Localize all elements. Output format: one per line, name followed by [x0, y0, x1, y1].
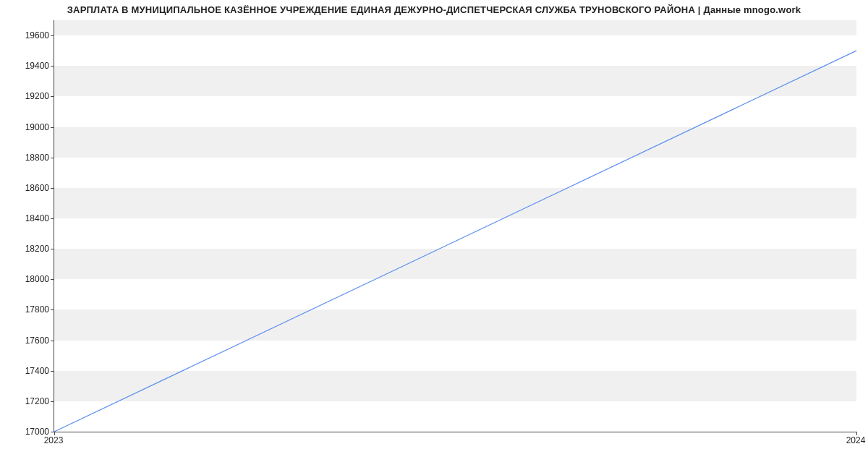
plot-area — [54, 20, 856, 432]
y-tick-mark — [51, 218, 54, 219]
chart-container: ЗАРПЛАТА В МУНИЦИПАЛЬНОЕ КАЗЁННОЕ УЧРЕЖД… — [0, 0, 868, 470]
y-tick-label: 19600 — [6, 30, 49, 40]
y-tick-label: 19200 — [6, 91, 49, 101]
y-tick-mark — [51, 249, 54, 249]
y-tick-label: 17200 — [6, 396, 49, 406]
y-tick-label: 18200 — [6, 244, 49, 254]
y-tick-mark — [51, 341, 54, 341]
y-tick-label: 18600 — [6, 183, 49, 193]
chart-title: ЗАРПЛАТА В МУНИЦИПАЛЬНОЕ КАЗЁННОЕ УЧРЕЖД… — [0, 4, 868, 15]
y-tick-mark — [51, 309, 54, 310]
y-tick-mark — [51, 401, 54, 402]
series-line — [54, 51, 856, 432]
y-tick-mark — [51, 35, 54, 36]
y-tick-label: 18400 — [6, 213, 49, 223]
y-tick-mark — [51, 188, 54, 189]
y-tick-label: 19000 — [6, 122, 49, 132]
y-tick-mark — [51, 158, 54, 158]
y-tick-label: 17000 — [6, 427, 49, 437]
y-tick-label: 18800 — [6, 153, 49, 163]
y-tick-mark — [51, 96, 54, 97]
x-tick-label: 2023 — [44, 435, 64, 445]
y-tick-mark — [51, 371, 54, 372]
y-tick-mark — [51, 127, 54, 128]
y-tick-mark — [51, 279, 54, 280]
y-tick-label: 18000 — [6, 274, 49, 284]
y-tick-label: 19400 — [6, 61, 49, 71]
y-tick-label: 17600 — [6, 336, 49, 346]
line-layer — [54, 20, 856, 432]
x-tick-label: 2024 — [846, 435, 866, 445]
y-tick-mark — [51, 66, 54, 67]
y-tick-label: 17400 — [6, 366, 49, 376]
y-tick-label: 17800 — [6, 304, 49, 315]
